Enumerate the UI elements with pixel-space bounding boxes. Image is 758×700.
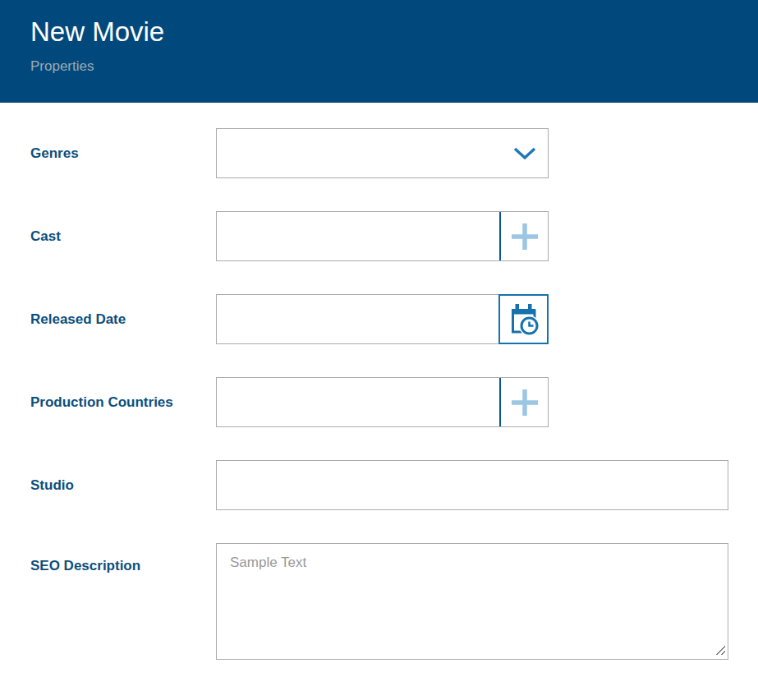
form-row-genres: Genres xyxy=(30,128,728,178)
studio-input[interactable] xyxy=(216,460,728,510)
released-date-label: Released Date xyxy=(30,311,216,329)
production-countries-input[interactable] xyxy=(217,378,499,426)
properties-form: Genres Cast Released Date xyxy=(0,103,758,660)
seo-description-field xyxy=(216,543,728,660)
page-title: New Movie xyxy=(30,0,758,48)
cast-label: Cast xyxy=(30,228,216,246)
genres-dropdown[interactable] xyxy=(216,128,549,178)
production-countries-label: Production Countries xyxy=(30,394,216,412)
released-date-picker-button[interactable] xyxy=(498,294,549,344)
cast-field xyxy=(216,211,549,261)
page-subtitle: Properties xyxy=(30,58,758,75)
form-row-cast: Cast xyxy=(30,211,728,261)
production-countries-add-button[interactable] xyxy=(501,378,548,426)
form-row-released-date: Released Date xyxy=(30,294,728,344)
page-header: New Movie Properties xyxy=(0,0,758,103)
chevron-down-icon xyxy=(513,147,536,160)
plus-icon xyxy=(511,389,539,417)
plus-icon xyxy=(511,223,539,251)
cast-add-button[interactable] xyxy=(501,212,548,260)
released-date-field xyxy=(216,294,549,344)
form-row-seo-description: SEO Description xyxy=(30,543,728,660)
form-row-production-countries: Production Countries xyxy=(30,377,728,427)
seo-description-textarea[interactable] xyxy=(216,543,728,660)
calendar-clock-icon xyxy=(509,304,539,335)
cast-input[interactable] xyxy=(217,212,499,260)
studio-label: Studio xyxy=(30,477,216,495)
form-row-studio: Studio xyxy=(30,460,728,510)
seo-description-label: SEO Description xyxy=(30,543,216,575)
production-countries-field xyxy=(216,377,549,427)
genres-label: Genres xyxy=(30,145,216,163)
